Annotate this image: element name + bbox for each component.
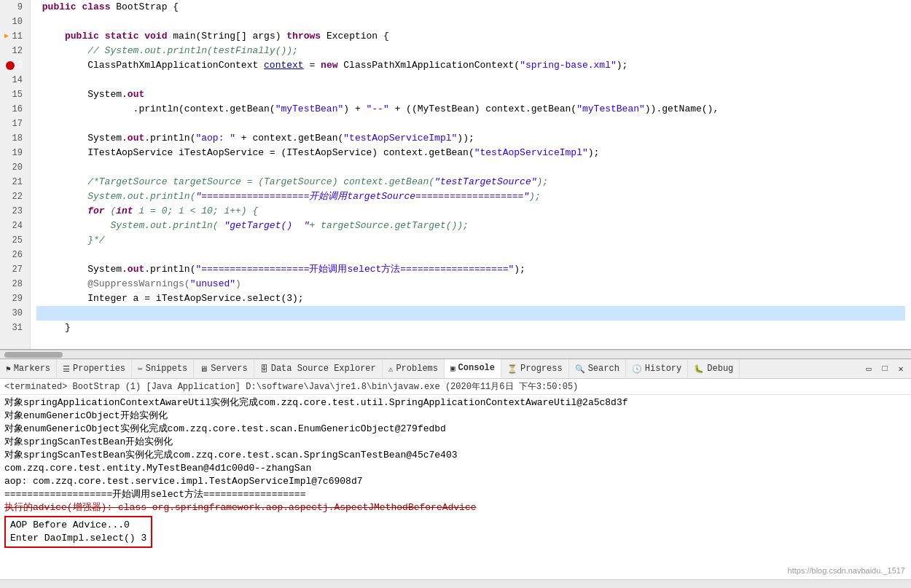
console-line-9: 执行的advice(增强器): class org.springframewor… [4, 501, 907, 514]
code-line-21: /*TargetSource targetSource = (TargetSou… [36, 175, 905, 189]
code-line-31: } [36, 321, 905, 335]
tab-properties-label: Properties [73, 364, 125, 374]
line-num-27: 27 [4, 262, 26, 277]
console-line-11: Enter DaoImpl.select() 3 [10, 532, 146, 545]
code-scrollbar-thumb[interactable] [4, 352, 63, 358]
code-line-11: public static void main(String[] args) t… [36, 29, 905, 44]
tab-debug-label: Debug [707, 364, 733, 374]
maximize-panel-button[interactable]: □ [877, 361, 892, 376]
line-num-13: 13 [4, 58, 26, 73]
terminated-label: <terminated> BootStrap (1) [Java Applica… [4, 380, 578, 393]
code-line-26 [36, 248, 905, 262]
code-line-25: }*/ [36, 233, 905, 248]
code-line-30 [36, 306, 905, 321]
search-tab-icon: 🔍 [575, 364, 585, 374]
code-line-28: @SuppressWarnings("unused") [36, 277, 905, 291]
line-num-31: 31 [4, 321, 26, 335]
bottom-panel-actions: ▭ □ ✕ [859, 359, 911, 378]
line-numbers: 9 10 11 12 13 14 15 16 17 18 19 20 21 22… [0, 0, 31, 349]
tab-history[interactable]: 🕓 History [626, 359, 688, 378]
code-line-20 [36, 160, 905, 175]
line-num-16: 16 [4, 102, 26, 117]
tab-properties[interactable]: ☰ Properties [57, 359, 132, 378]
line-num-23: 23 [4, 204, 26, 219]
line-num-24: 24 [4, 219, 26, 233]
properties-icon: ☰ [63, 364, 70, 374]
line-num-26: 26 [4, 248, 26, 262]
console-line-4: 对象springScanTestBean开始实例化 [4, 436, 907, 449]
line-num-21: 21 [4, 175, 26, 189]
problems-icon: ⚠ [388, 364, 394, 374]
line-num-25: 25 [4, 233, 26, 248]
console-output: 对象springApplicationContextAwareUtil实例化完成… [0, 395, 911, 579]
line-num-9: 9 [4, 0, 26, 15]
tab-search[interactable]: 🔍 Search [569, 359, 626, 378]
tab-datasource[interactable]: 🗄 Data Source Explorer [254, 359, 383, 378]
line-num-30: 30 [4, 306, 26, 321]
console-line-10: AOP Before Advice...0 [10, 519, 146, 532]
code-line-19: ITestAopService iTestAopService = (ITest… [36, 146, 905, 160]
tab-debug[interactable]: 🐛 Debug [688, 359, 740, 378]
code-line-24: System.out.println( "getTarget() "+ targ… [36, 219, 905, 233]
line-num-10: 10 [4, 15, 26, 29]
code-line-12: // System.out.println(testFinally()); [36, 44, 905, 58]
console-line-1: 对象springApplicationContextAwareUtil实例化完成… [4, 396, 907, 409]
line-num-22: 22 [4, 189, 26, 204]
tab-problems[interactable]: ⚠ Problems [383, 359, 445, 378]
console-icon: ▣ [450, 364, 456, 373]
line-num-28: 28 [4, 277, 26, 291]
debug-icon: 🐛 [694, 364, 704, 374]
datasource-icon: 🗄 [260, 364, 268, 374]
line-num-14: 14 [4, 73, 26, 87]
tab-search-label: Search [588, 364, 619, 374]
code-line-22: System.out.println("===================开… [36, 189, 905, 204]
code-line-15: System.out [36, 87, 905, 102]
code-line-16: .println(context.getBean("myTestBean") +… [36, 102, 905, 117]
tab-markers[interactable]: ⚑ Markers [0, 359, 57, 378]
tab-console-label: Console [458, 363, 495, 373]
line-num-20: 20 [4, 160, 26, 175]
close-panel-button[interactable]: ✕ [894, 361, 908, 376]
code-line-27: System.out.println("===================开… [36, 262, 905, 277]
code-line-17 [36, 117, 905, 131]
tab-servers-label: Servers [211, 364, 247, 374]
line-num-11: 11 [4, 29, 26, 44]
snippets-icon: ✂ [138, 364, 143, 374]
line-num-29: 29 [4, 291, 26, 306]
console-line-7: aop: com.zzq.core.test.service.impl.Test… [4, 475, 907, 488]
tab-progress-label: Progress [520, 364, 563, 374]
code-line-9: public class BootStrap { [36, 0, 905, 15]
tab-history-label: History [645, 364, 681, 374]
console-line-2: 对象enumGenericObject开始实例化 [4, 409, 907, 423]
line-num-19: 19 [4, 146, 26, 160]
code-line-29: Integer a = iTestAopService.select(3); [36, 291, 905, 306]
tab-progress[interactable]: ⏳ Progress [501, 359, 569, 378]
tab-console[interactable]: ▣ Console [445, 359, 501, 378]
tab-servers[interactable]: 🖥 Servers [194, 359, 254, 378]
line-num-17: 17 [4, 117, 26, 131]
console-line-3: 对象enumGenericObject实例化完成com.zzq.core.tes… [4, 423, 907, 436]
code-horizontal-scrollbar[interactable] [0, 350, 911, 358]
code-line-13: ClassPathXmlApplicationContext context =… [36, 58, 905, 73]
servers-icon: 🖥 [200, 364, 208, 374]
tab-snippets-label: Snippets [146, 364, 188, 374]
console-line-5: 对象springScanTestBean实例化完成com.zzq.core.te… [4, 449, 907, 462]
tab-snippets[interactable]: ✂ Snippets [132, 359, 194, 378]
tab-markers-label: Markers [14, 364, 50, 374]
code-line-18: System.out.println("aop: " + context.get… [36, 131, 905, 146]
tab-problems-label: Problems [396, 364, 438, 374]
code-editor[interactable]: public class BootStrap { public static v… [31, 0, 911, 349]
bottom-panel: ⚑ Markers ☰ Properties ✂ Snippets 🖥 Serv… [0, 358, 911, 588]
console-line-6: com.zzq.core.test.entity.MyTestBean@4d1c… [4, 462, 907, 475]
code-line-10 [36, 15, 905, 29]
watermark: https://blog.csdn.navbaidu._1517 [788, 566, 905, 575]
minimize-panel-button[interactable]: ▭ [861, 361, 876, 376]
console-highlighted-box: AOP Before Advice...0 Enter DaoImpl.sele… [4, 516, 152, 548]
line-num-12: 12 [4, 44, 26, 58]
terminated-bar: <terminated> BootStrap (1) [Java Applica… [0, 379, 911, 395]
history-icon: 🕓 [632, 364, 642, 374]
markers-icon: ⚑ [6, 364, 11, 374]
line-num-15: 15 [4, 87, 26, 102]
console-horizontal-scrollbar[interactable] [0, 579, 911, 588]
line-num-18: 18 [4, 131, 26, 146]
